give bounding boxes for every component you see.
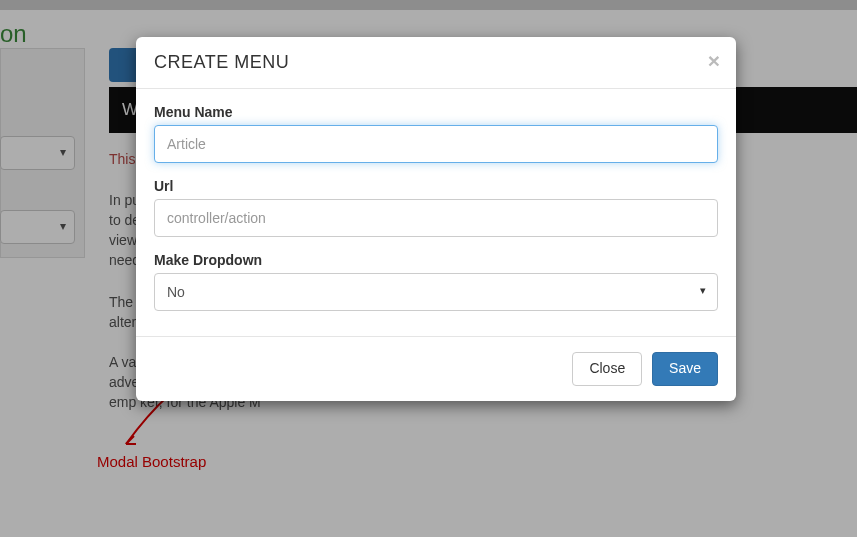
make-dropdown-select[interactable]: No [154,273,718,311]
modal-body: Menu Name Url Make Dropdown No [136,89,736,336]
url-group: Url [154,178,718,237]
make-dropdown-group: Make Dropdown No [154,252,718,311]
modal-footer: Close Save [136,336,736,401]
make-dropdown-label: Make Dropdown [154,252,718,268]
save-button[interactable]: Save [652,352,718,386]
url-input[interactable] [154,199,718,237]
modal-header: CREATE MENU × [136,37,736,89]
modal-title: CREATE MENU [154,52,718,73]
menu-name-label: Menu Name [154,104,718,120]
url-label: Url [154,178,718,194]
create-menu-modal: CREATE MENU × Menu Name Url Make Dropdow… [136,37,736,401]
menu-name-input[interactable] [154,125,718,163]
close-icon[interactable]: × [708,50,720,71]
make-dropdown-wrap: No [154,273,718,311]
menu-name-group: Menu Name [154,104,718,163]
close-button[interactable]: Close [572,352,642,386]
